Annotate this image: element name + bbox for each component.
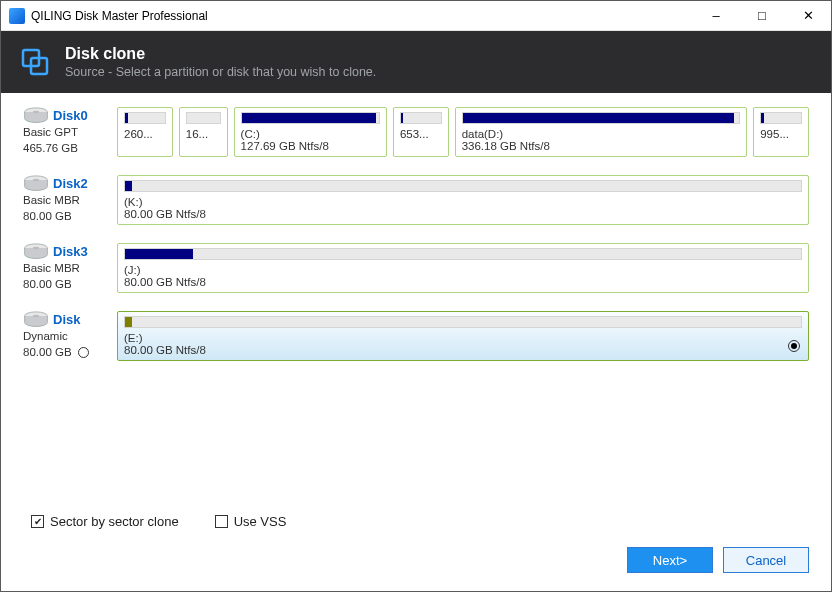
svg-point-9 [33,315,40,318]
usage-bar [124,112,166,124]
disk-row[interactable]: Disk2Basic MBR80.00 GB(K:)80.00 GB Ntfs/… [23,175,809,225]
partition-group: (K:)80.00 GB Ntfs/8 [117,175,809,225]
disk-row[interactable]: DiskDynamic80.00 GB(E:)80.00 GB Ntfs/8 [23,311,809,361]
usage-bar [124,180,802,192]
disk-type: Basic MBR [23,261,111,277]
next-button[interactable]: Next> [627,547,713,573]
disk-name: Disk3 [23,243,111,261]
checkbox-icon [215,515,228,528]
page-title: Disk clone [65,45,376,63]
partition-label: (J:) [124,264,802,276]
disk-type: Basic GPT [23,125,111,141]
page-header: Disk clone Source - Select a partition o… [1,31,831,93]
svg-point-3 [33,111,40,114]
disk-size: 80.00 GB [23,345,72,361]
cancel-button[interactable]: Cancel [723,547,809,573]
disk-type: Dynamic [23,329,111,345]
disk-size: 465.76 GB [23,141,78,157]
partition-size: 653... [400,128,442,140]
usage-bar [124,248,802,260]
window-title: QILING Disk Master Professional [31,9,693,23]
checkbox-label: Use VSS [234,514,287,529]
partition-size: 260... [124,128,166,140]
partition-radio-selected[interactable] [788,340,800,352]
checkbox-label: Sector by sector clone [50,514,179,529]
partition[interactable]: (C:)127.69 GB Ntfs/8 [234,107,387,157]
header-text: Disk clone Source - Select a partition o… [65,45,376,79]
footer-options: ✔ Sector by sector clone Use VSS [31,514,286,529]
disk-name: Disk [23,311,111,329]
checkbox-icon: ✔ [31,515,44,528]
partition-label: (C:) [241,128,380,140]
sector-by-sector-checkbox[interactable]: ✔ Sector by sector clone [31,514,179,529]
partition[interactable]: 16... [179,107,228,157]
disk-name: Disk2 [23,175,111,193]
partition-group: (E:)80.00 GB Ntfs/8 [117,311,809,361]
titlebar: QILING Disk Master Professional – □ ✕ [1,1,831,31]
partition-group: 260...16...(C:)127.69 GB Ntfs/8653...dat… [117,107,809,157]
disk-row[interactable]: Disk3Basic MBR80.00 GB(J:)80.00 GB Ntfs/… [23,243,809,293]
partition[interactable]: 260... [117,107,173,157]
disk-radio[interactable] [78,347,89,358]
disk-type: Basic MBR [23,193,111,209]
partition-label: (E:) [124,332,802,344]
usage-bar [241,112,380,124]
disk-info: Disk3Basic MBR80.00 GB [23,243,111,293]
partition-size: 80.00 GB Ntfs/8 [124,276,802,288]
usage-bar [400,112,442,124]
disk-row[interactable]: Disk0Basic GPT465.76 GB260...16...(C:)12… [23,107,809,157]
disk-size: 80.00 GB [23,209,72,225]
partition-group: (J:)80.00 GB Ntfs/8 [117,243,809,293]
disk-list: Disk0Basic GPT465.76 GB260...16...(C:)12… [1,93,831,379]
partition[interactable]: (K:)80.00 GB Ntfs/8 [117,175,809,225]
disk-info: DiskDynamic80.00 GB [23,311,111,361]
partition-size: 80.00 GB Ntfs/8 [124,344,802,356]
usage-bar [462,112,741,124]
usage-bar [186,112,221,124]
partition-size: 127.69 GB Ntfs/8 [241,140,380,152]
minimize-button[interactable]: – [693,1,739,30]
partition-label: data(D:) [462,128,741,140]
partition-size: 16... [186,128,221,140]
partition-size: 80.00 GB Ntfs/8 [124,208,802,220]
partition[interactable]: 995... [753,107,809,157]
partition[interactable]: data(D:)336.18 GB Ntfs/8 [455,107,748,157]
partition[interactable]: 653... [393,107,449,157]
disk-size: 80.00 GB [23,277,72,293]
partition[interactable]: (E:)80.00 GB Ntfs/8 [117,311,809,361]
close-button[interactable]: ✕ [785,1,831,30]
svg-point-5 [33,179,40,182]
usage-bar [124,316,802,328]
disk-info: Disk0Basic GPT465.76 GB [23,107,111,157]
clone-icon [19,46,51,78]
partition-size: 336.18 GB Ntfs/8 [462,140,741,152]
page-subtitle: Source - Select a partition or disk that… [65,65,376,79]
partition[interactable]: (J:)80.00 GB Ntfs/8 [117,243,809,293]
app-window: QILING Disk Master Professional – □ ✕ Di… [0,0,832,592]
footer-buttons: Next> Cancel [627,547,809,573]
disk-name: Disk0 [23,107,111,125]
usage-bar [760,112,802,124]
svg-point-7 [33,247,40,250]
partition-size: 995... [760,128,802,140]
use-vss-checkbox[interactable]: Use VSS [215,514,287,529]
window-controls: – □ ✕ [693,1,831,30]
maximize-button[interactable]: □ [739,1,785,30]
partition-label: (K:) [124,196,802,208]
app-icon [9,8,25,24]
disk-info: Disk2Basic MBR80.00 GB [23,175,111,225]
